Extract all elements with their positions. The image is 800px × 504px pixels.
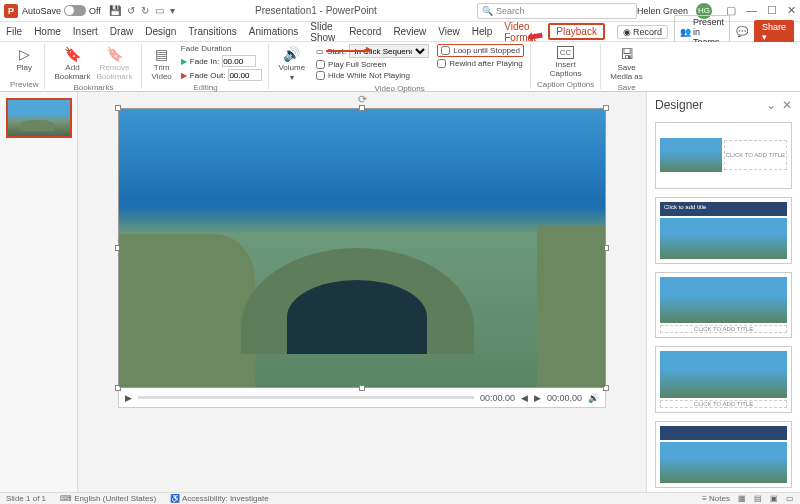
design-idea-2[interactable]: Click to add title xyxy=(655,197,792,264)
tab-view[interactable]: View xyxy=(438,26,460,37)
resize-handle[interactable] xyxy=(359,105,365,111)
status-language[interactable]: ⌨ English (United States) xyxy=(60,494,156,503)
player-play-icon[interactable]: ▶ xyxy=(125,393,132,403)
chevron-down-icon: ▾ xyxy=(290,73,294,82)
designer-title: Designer xyxy=(655,98,703,112)
player-time-current: 00:00.00 xyxy=(480,393,515,403)
ribbon: ▷Play Preview 🔖Add Bookmark 🔖Remove Book… xyxy=(0,42,800,92)
tab-slideshow[interactable]: Slide Show xyxy=(310,21,337,43)
autosave-label: AutoSave xyxy=(22,6,61,16)
app-icon: P xyxy=(4,4,18,18)
resize-handle[interactable] xyxy=(115,105,121,111)
bookmark-remove-icon: 🔖 xyxy=(106,46,123,62)
redo-icon[interactable]: ↻ xyxy=(141,5,149,16)
slide-thumbnail-1[interactable] xyxy=(6,98,72,138)
resize-handle[interactable] xyxy=(359,385,365,391)
search-input[interactable]: 🔍 Search xyxy=(477,3,637,19)
close-pane-icon[interactable]: ✕ xyxy=(782,98,792,112)
notes-toggle[interactable]: ≡ Notes xyxy=(702,494,730,503)
fade-in-input[interactable] xyxy=(222,55,256,67)
fade-out-label: Fade Out: xyxy=(190,71,226,80)
start-show-icon[interactable]: ▭ xyxy=(155,5,164,16)
menu-bar: File Home Insert Draw Design Transitions… xyxy=(0,22,800,42)
player-volume-icon[interactable]: 🔊 xyxy=(588,393,599,403)
design-idea-4[interactable]: CLICK TO ADD TITLE xyxy=(655,346,792,413)
video-player-bar: ▶ 00:00.00 ◀ ▶ 00:00.00 🔊 xyxy=(118,388,606,408)
play-button[interactable]: ▷Play xyxy=(10,44,38,74)
tab-insert[interactable]: Insert xyxy=(73,26,98,37)
share-button[interactable]: Share ▾ xyxy=(754,20,794,44)
designer-pane: Designer ⌄✕ CLICK TO ADD TITLE Click to … xyxy=(646,92,800,492)
record-button[interactable]: ◉ Record xyxy=(617,25,668,39)
view-slideshow-icon[interactable]: ▭ xyxy=(786,494,794,503)
tab-transitions[interactable]: Transitions xyxy=(188,26,237,37)
document-title: Presentation1 - PowerPoint xyxy=(175,5,457,16)
start-icon: ▭ xyxy=(316,47,324,56)
design-idea-5[interactable] xyxy=(655,421,792,488)
tab-video-format[interactable]: Video Format xyxy=(504,21,536,43)
status-slide-count[interactable]: Slide 1 of 1 xyxy=(6,494,46,503)
design-idea-1[interactable]: CLICK TO ADD TITLE xyxy=(655,122,792,189)
trim-icon: ▤ xyxy=(155,46,168,62)
tab-playback[interactable]: Playback xyxy=(548,23,605,40)
annotation-arrow-icon xyxy=(326,50,366,52)
add-bookmark-button[interactable]: 🔖Add Bookmark xyxy=(51,44,93,83)
tab-record[interactable]: Record xyxy=(349,26,381,37)
status-bar: Slide 1 of 1 ⌨ English (United States) ♿… xyxy=(0,492,800,504)
slide-canvas: ⟳ ▶ 00:00.00 ◀ ▶ 00:00.00 🔊 xyxy=(78,92,646,492)
view-sorter-icon[interactable]: ▤ xyxy=(754,494,762,503)
bookmark-add-icon: 🔖 xyxy=(64,46,81,62)
status-accessibility[interactable]: ♿ Accessibility: Investigate xyxy=(170,494,268,503)
player-prev-frame-icon[interactable]: ◀ xyxy=(521,393,528,403)
group-preview-label: Preview xyxy=(10,80,38,89)
player-time-total: 00:00.00 xyxy=(547,393,582,403)
comments-icon[interactable]: 💬 xyxy=(736,26,748,37)
player-next-frame-icon[interactable]: ▶ xyxy=(534,393,541,403)
tab-review[interactable]: Review xyxy=(393,26,426,37)
tab-animations[interactable]: Animations xyxy=(249,26,298,37)
toggle-icon[interactable] xyxy=(64,5,86,16)
insert-captions-button[interactable]: CCInsert Captions xyxy=(537,44,594,80)
player-timeline[interactable] xyxy=(138,396,474,399)
volume-icon: 🔊 xyxy=(283,46,300,62)
volume-button[interactable]: 🔊Volume▾ xyxy=(275,44,308,84)
video-scenery xyxy=(537,226,605,387)
remove-bookmark-button: 🔖Remove Bookmark xyxy=(93,44,135,83)
fade-out-input[interactable] xyxy=(228,69,262,81)
autosave-state: Off xyxy=(89,6,101,16)
group-video-options-label: Video Options xyxy=(275,84,524,93)
search-icon: 🔍 xyxy=(482,6,493,16)
resize-handle[interactable] xyxy=(603,105,609,111)
fade-out-icon: ▶ xyxy=(181,71,187,80)
hide-not-playing-checkbox[interactable]: Hide While Not Playing xyxy=(316,71,429,80)
design-idea-3[interactable]: CLICK TO ADD TITLE xyxy=(655,272,792,339)
save-media-icon: 🖫 xyxy=(620,46,634,62)
chevron-down-icon[interactable]: ⌄ xyxy=(766,98,776,112)
tab-home[interactable]: Home xyxy=(34,26,61,37)
captions-icon: CC xyxy=(557,46,575,59)
tab-design[interactable]: Design xyxy=(145,26,176,37)
video-scenery xyxy=(241,248,474,354)
group-caption-label: Caption Options xyxy=(537,80,594,89)
save-media-button[interactable]: 🖫Save Media as xyxy=(607,44,645,83)
play-full-screen-checkbox[interactable]: Play Full Screen xyxy=(316,60,429,69)
rewind-after-playing-checkbox[interactable]: Rewind after Playing xyxy=(437,59,524,68)
fade-in-label: Fade In: xyxy=(190,57,219,66)
tab-draw[interactable]: Draw xyxy=(110,26,133,37)
group-bookmarks-label: Bookmarks xyxy=(51,83,135,92)
fade-duration-label: Fade Duration xyxy=(181,44,263,53)
fade-in-icon: ▶ xyxy=(181,57,187,66)
trim-video-button[interactable]: ▤Trim Video xyxy=(148,44,174,83)
save-icon[interactable]: 💾 xyxy=(109,5,121,16)
loop-until-stopped-checkbox[interactable]: Loop until Stopped xyxy=(437,44,524,57)
autosave-toggle[interactable]: AutoSave Off xyxy=(22,5,101,16)
group-save-label: Save xyxy=(607,83,645,92)
view-reading-icon[interactable]: ▣ xyxy=(770,494,778,503)
view-normal-icon[interactable]: ▦ xyxy=(738,494,746,503)
group-editing-label: Editing xyxy=(148,83,262,92)
tab-help[interactable]: Help xyxy=(472,26,493,37)
video-object[interactable]: ⟳ xyxy=(118,108,606,388)
video-scenery xyxy=(119,234,255,387)
undo-icon[interactable]: ↺ xyxy=(127,5,135,16)
tab-file[interactable]: File xyxy=(6,26,22,37)
